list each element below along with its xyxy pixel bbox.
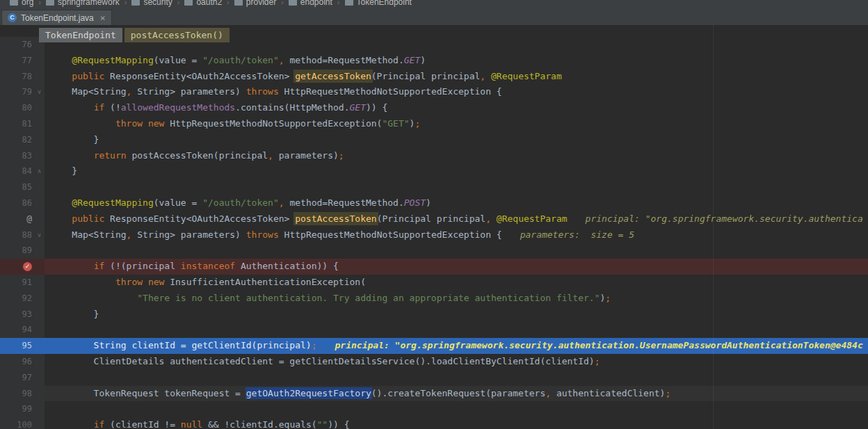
code-text[interactable]: "There is no client authentication. Try …: [45, 291, 868, 307]
line-number[interactable]: 82: [0, 132, 34, 148]
breakpoint-icon[interactable]: ✓: [23, 262, 32, 271]
code-token: throw: [115, 277, 143, 287]
gutter-cell[interactable]: 89: [0, 243, 45, 259]
gutter-cell[interactable]: 93: [0, 307, 45, 323]
code-text[interactable]: }: [45, 307, 868, 323]
code-text[interactable]: [45, 370, 868, 386]
line-number[interactable]: 100: [0, 417, 34, 429]
breadcrumb-item[interactable]: oauth2: [184, 0, 222, 7]
gutter-cell[interactable]: 81: [0, 116, 45, 132]
gutter-cell[interactable]: 84∧: [0, 163, 45, 179]
line-number[interactable]: 91: [0, 275, 34, 291]
line-number[interactable]: 79: [0, 84, 34, 100]
breadcrumb-item[interactable]: springframework: [46, 0, 120, 7]
code-token: HttpRequestMethodNotSupportedException {: [279, 86, 502, 97]
line-number[interactable]: 76: [0, 37, 34, 53]
code-text[interactable]: public ResponseEntity<OAuth2AccessToken>…: [45, 211, 868, 227]
navbar-item-method[interactable]: postAccessToken(): [124, 28, 230, 42]
code-line: 88∨ Map<String, String> parameters) thro…: [0, 227, 868, 243]
gutter-cell[interactable]: 80: [0, 100, 45, 116]
code-text[interactable]: [45, 243, 868, 259]
line-number[interactable]: 96: [0, 354, 34, 370]
breadcrumb-item[interactable]: org: [10, 0, 33, 7]
line-number[interactable]: @: [0, 211, 34, 227]
line-number[interactable]: 80: [0, 100, 34, 116]
breadcrumb-item[interactable]: endpoint: [289, 0, 332, 7]
code-token: String clientId = getClientId(principal): [50, 340, 312, 350]
gutter-cell[interactable]: 77: [0, 53, 45, 69]
code-text[interactable]: throw new HttpRequestMethodNotSupportedE…: [45, 116, 868, 132]
navbar-item-class[interactable]: TokenEndpoint: [39, 28, 122, 42]
gutter-cell[interactable]: 96: [0, 354, 45, 370]
line-number[interactable]: ✓: [0, 259, 34, 275]
code-line: 81 throw new HttpRequestMethodNotSupport…: [0, 116, 868, 132]
line-number[interactable]: 89: [0, 243, 34, 259]
code-token: ): [426, 197, 431, 208]
line-number[interactable]: 86: [0, 195, 34, 211]
gutter-cell[interactable]: 97: [0, 370, 45, 386]
line-number[interactable]: 77: [0, 53, 34, 69]
code-text[interactable]: return postAccessToken(principal, parame…: [45, 148, 868, 164]
gutter-cell[interactable]: 83: [0, 148, 45, 164]
code-text[interactable]: public ResponseEntity<OAuth2AccessToken>…: [45, 69, 868, 85]
line-number[interactable]: 83: [0, 148, 34, 164]
code-token: if: [94, 419, 105, 429]
breadcrumb-item[interactable]: security: [131, 0, 172, 7]
line-number[interactable]: 99: [0, 401, 34, 417]
line-number[interactable]: 88: [0, 227, 34, 243]
fold-marker-icon[interactable]: ∨: [34, 227, 45, 243]
code-text[interactable]: }: [45, 163, 868, 179]
code-text[interactable]: [45, 401, 868, 417]
gutter-cell[interactable]: 82: [0, 132, 45, 148]
line-number[interactable]: 97: [0, 370, 34, 386]
code-text[interactable]: throw new InsufficientAuthenticationExce…: [45, 275, 868, 291]
code-text[interactable]: @RequestMapping(value = "/oauth/token", …: [45, 195, 868, 211]
code-token: parameters): [273, 150, 339, 161]
gutter-cell[interactable]: 99: [0, 401, 45, 417]
fold-marker-icon[interactable]: ∨: [34, 84, 45, 100]
gutter-cell[interactable]: 94: [0, 322, 45, 338]
code-text[interactable]: @RequestMapping(value = "/oauth/token", …: [45, 53, 868, 69]
code-line: 92 "There is no client authentication. T…: [0, 291, 868, 307]
gutter-cell[interactable]: 100: [0, 417, 45, 429]
code-text[interactable]: TokenRequest tokenRequest = getOAuth2Req…: [45, 386, 868, 402]
gutter-cell[interactable]: @: [0, 211, 45, 227]
gutter-cell[interactable]: 76: [0, 37, 45, 53]
gutter-cell[interactable]: 98: [0, 386, 45, 402]
gutter-cell[interactable]: 88∨: [0, 227, 45, 243]
code-text[interactable]: ClientDetails authenticatedClient = getC…: [45, 354, 868, 370]
breadcrumb-item[interactable]: TokenEndpoint: [345, 0, 412, 7]
code-text[interactable]: if (clientId != null && !clientId.equals…: [45, 417, 868, 429]
line-number[interactable]: 94: [0, 322, 34, 338]
code-text[interactable]: }: [45, 132, 868, 148]
gutter-cell[interactable]: ✓: [0, 259, 45, 275]
line-number[interactable]: 93: [0, 307, 34, 323]
line-number[interactable]: 98: [0, 386, 34, 402]
line-number[interactable]: 92: [0, 291, 34, 307]
gutter-cell[interactable]: 78: [0, 69, 45, 85]
fold-gutter: [34, 338, 45, 354]
code-text[interactable]: Map<String, String> parameters) throws H…: [45, 227, 868, 243]
line-number[interactable]: 84: [0, 163, 34, 179]
code-editor[interactable]: 7677 @RequestMapping(value = "/oauth/tok…: [0, 25, 868, 429]
gutter-cell[interactable]: 92: [0, 291, 45, 307]
code-text[interactable]: String clientId = getClientId(principal)…: [45, 338, 868, 354]
code-text[interactable]: if (!(principal instanceof Authenticatio…: [45, 259, 868, 275]
tab-tokenendpoint-java[interactable]: C TokenEndpoint.java ×: [1, 10, 112, 25]
fold-marker-icon[interactable]: ∧: [34, 163, 45, 179]
code-text[interactable]: if (!allowedRequestMethods.contains(Http…: [45, 100, 868, 116]
line-number[interactable]: 85: [0, 179, 34, 195]
gutter-cell[interactable]: 85: [0, 179, 45, 195]
code-text[interactable]: Map<String, String> parameters) throws H…: [45, 84, 868, 100]
gutter-cell[interactable]: 79∨: [0, 84, 45, 100]
code-text[interactable]: [45, 179, 868, 195]
close-icon[interactable]: ×: [100, 13, 106, 22]
gutter-cell[interactable]: 95: [0, 338, 45, 354]
line-number[interactable]: 78: [0, 69, 34, 85]
line-number[interactable]: 81: [0, 116, 34, 132]
line-number[interactable]: 95: [0, 338, 34, 354]
gutter-cell[interactable]: 86: [0, 195, 45, 211]
gutter-cell[interactable]: 91: [0, 275, 45, 291]
code-text[interactable]: [45, 322, 868, 338]
breadcrumb-item[interactable]: provider: [234, 0, 276, 7]
